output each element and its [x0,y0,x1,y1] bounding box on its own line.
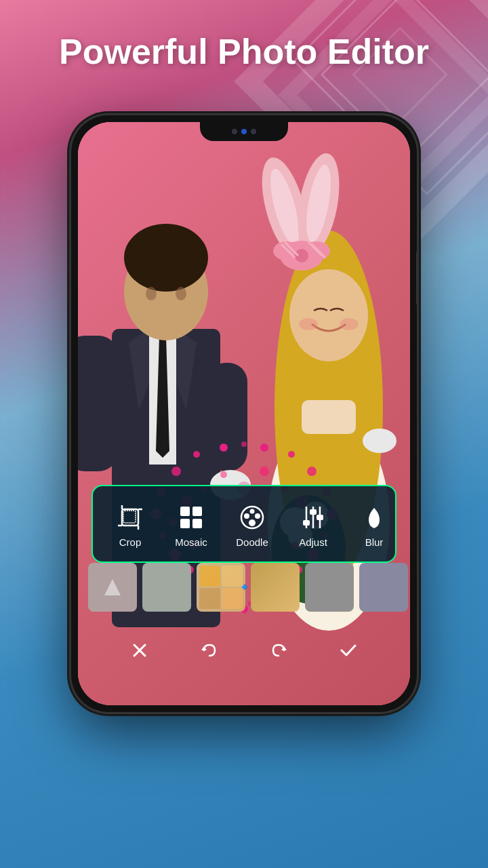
crop-label: Crop [119,536,142,548]
doodle-label: Doodle [236,536,268,548]
svg-marker-2 [14,414,54,468]
tool-item-crop[interactable]: Crop [100,498,161,552]
filter-strip: 🔹 [78,557,410,617]
notch-dot-2 [251,129,256,134]
svg-point-63 [260,443,268,452]
action-bar [78,623,410,678]
svg-rect-83 [123,511,136,523]
svg-point-34 [340,318,359,330]
crop-icon [115,502,145,532]
phone-notch [200,122,288,141]
undo-button[interactable] [191,632,228,669]
bunny-ears [247,146,356,281]
svg-point-62 [241,441,247,447]
svg-point-33 [299,318,318,330]
svg-rect-102 [317,515,323,520]
svg-point-24 [146,287,157,300]
svg-rect-90 [180,519,190,528]
svg-rect-89 [192,507,202,516]
svg-marker-1 [14,346,54,400]
side-button [416,251,417,305]
phone-screen: Crop Mosaic [78,122,410,705]
svg-marker-0 [14,278,54,332]
svg-point-25 [176,287,186,300]
svg-rect-100 [303,520,310,526]
photo-area [78,122,410,705]
svg-point-93 [244,513,249,519]
svg-rect-88 [180,507,190,516]
tool-item-mosaic[interactable]: Mosaic [161,498,222,552]
svg-point-51 [288,451,295,458]
mosaic-icon [176,502,206,532]
svg-point-71 [260,467,269,476]
svg-rect-40 [302,400,356,434]
toolbar-items: Crop Mosaic [100,498,388,552]
svg-rect-98 [310,509,317,515]
mosaic-label: Mosaic [175,536,207,548]
tool-item-doodle[interactable]: Doodle [222,498,283,552]
adjust-icon [298,502,328,532]
circuit-left [0,271,68,542]
doodle-icon [237,502,267,532]
svg-rect-26 [78,336,119,471]
blur-label: Blur [365,536,384,548]
svg-rect-91 [192,519,202,528]
svg-point-39 [363,429,396,453]
svg-point-42 [171,467,181,476]
svg-point-94 [255,513,260,519]
cancel-button[interactable] [121,632,158,669]
confirm-button[interactable] [330,632,367,669]
phone-frame: Crop Mosaic [71,115,417,712]
page-title: Powerful Photo Editor [0,33,488,71]
svg-point-96 [250,509,255,514]
svg-point-61 [220,443,228,452]
filter-thumb-4[interactable]: 🔹 [251,563,300,612]
phone-wrapper: Crop Mosaic [71,115,417,712]
redo-button[interactable] [260,632,297,669]
svg-point-32 [289,269,368,361]
notch-dot-1 [232,129,237,134]
svg-point-70 [220,471,227,478]
tool-item-adjust[interactable]: Adjust [283,498,344,552]
blur-icon [359,502,389,532]
toolbar-panel: Crop Mosaic [92,485,396,563]
svg-point-41 [193,451,200,458]
svg-point-95 [249,519,256,526]
tool-item-blur[interactable]: Blur [344,498,405,552]
title-text: Powerful Photo Editor [0,33,488,71]
svg-point-52 [307,467,317,476]
adjust-label: Adjust [299,536,327,548]
notch-camera [241,129,247,134]
svg-point-23 [124,224,208,292]
tool-item-hdr[interactable]: HDR HDR [405,498,410,552]
